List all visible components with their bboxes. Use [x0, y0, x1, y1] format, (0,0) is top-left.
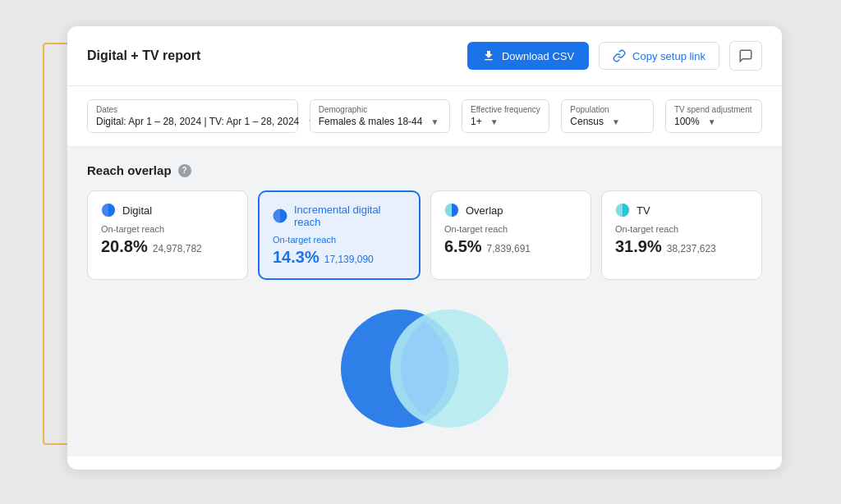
dates-filter-label: Dates	[96, 105, 289, 114]
frequency-filter-value: 1+ ▼	[471, 116, 540, 127]
tv-card-title: TV	[636, 204, 650, 217]
section-title: Reach overlap ?	[87, 163, 762, 177]
digital-card-label: On-target reach	[101, 224, 234, 234]
incremental-metric-card[interactable]: Incremental digital reach On-target reac…	[258, 190, 420, 280]
population-chevron-icon: ▼	[612, 117, 620, 126]
help-icon[interactable]: ?	[178, 164, 191, 177]
overlap-toggle-icon	[444, 203, 459, 218]
demographic-filter[interactable]: Demographic Females & males 18-44 ▼	[310, 99, 450, 133]
incremental-card-value: 14.3% 17,139,090	[273, 248, 406, 267]
tv-card-value: 31.9% 38,237,623	[615, 237, 748, 256]
overlap-card-header: Overlap	[444, 203, 577, 218]
frequency-filter[interactable]: Effective frequency 1+ ▼	[462, 99, 549, 133]
tv-card-header: TV	[615, 203, 748, 218]
content-area: Reach overlap ? Digital On-target re	[67, 147, 782, 456]
digital-metric-card[interactable]: Digital On-target reach 20.8% 24,978,782	[87, 190, 248, 280]
link-icon	[613, 49, 626, 62]
tv-card-label: On-target reach	[615, 224, 748, 234]
overlap-card-label: On-target reach	[444, 224, 577, 234]
digital-toggle-icon	[101, 203, 116, 218]
download-csv-button[interactable]: Download CSV	[467, 42, 589, 70]
incremental-card-label: On-target reach	[273, 235, 406, 245]
digital-card-header: Digital	[101, 203, 234, 218]
tv-spend-filter-label: TV spend adjustment	[674, 105, 753, 114]
venn-diagram	[318, 299, 531, 438]
main-card: Digital + TV report Download CSV Copy se…	[67, 26, 782, 470]
tv-spend-filter-value: 100% ▼	[674, 116, 753, 127]
filters-bar: Dates Digital: Apr 1 – 28, 2024 | TV: Ap…	[67, 86, 782, 147]
page-title: Digital + TV report	[87, 48, 457, 63]
incremental-card-header: Incremental digital reach	[273, 204, 406, 228]
dates-filter[interactable]: Dates Digital: Apr 1 – 28, 2024 | TV: Ap…	[87, 99, 298, 133]
demographic-chevron-icon: ▼	[430, 117, 439, 126]
download-icon	[482, 49, 495, 62]
overlap-card-title: Overlap	[466, 204, 503, 217]
venn-diagram-container	[87, 296, 762, 440]
frequency-filter-label: Effective frequency	[471, 105, 540, 114]
incremental-card-title: Incremental digital reach	[294, 204, 406, 228]
digital-card-value: 20.8% 24,978,782	[101, 237, 234, 256]
tv-toggle-icon	[615, 203, 630, 218]
outer-frame: Digital + TV report Download CSV Copy se…	[43, 26, 798, 478]
copy-setup-link-button[interactable]: Copy setup link	[599, 42, 719, 70]
comment-icon	[738, 48, 753, 63]
overlap-card-value: 6.5% 7,839,691	[444, 237, 577, 256]
demographic-filter-label: Demographic	[319, 105, 441, 114]
tv-spend-filter[interactable]: TV spend adjustment 100% ▼	[665, 99, 762, 133]
population-filter[interactable]: Population Census ▼	[561, 99, 654, 133]
frequency-chevron-icon: ▼	[490, 117, 499, 126]
metric-cards-container: Digital On-target reach 20.8% 24,978,782	[87, 190, 762, 280]
tv-spend-chevron-icon: ▼	[708, 117, 716, 126]
dates-filter-value: Digital: Apr 1 – 28, 2024 | TV: Apr 1 – …	[96, 116, 289, 127]
digital-card-title: Digital	[122, 204, 152, 217]
overlap-metric-card[interactable]: Overlap On-target reach 6.5% 7,839,691	[430, 190, 591, 280]
tv-metric-card[interactable]: TV On-target reach 31.9% 38,237,623	[601, 190, 762, 280]
incremental-toggle-icon	[273, 208, 287, 223]
comment-button[interactable]	[729, 41, 762, 71]
header: Digital + TV report Download CSV Copy se…	[67, 26, 782, 86]
population-filter-label: Population	[570, 105, 645, 114]
population-filter-value: Census ▼	[570, 116, 645, 127]
demographic-filter-value: Females & males 18-44 ▼	[319, 116, 441, 127]
